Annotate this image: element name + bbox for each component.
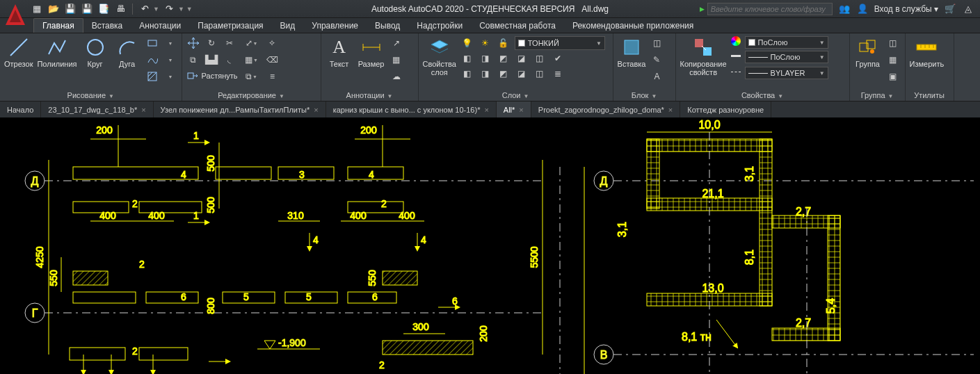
stretch-button[interactable]: Растянуть [186,70,238,82]
scale-icon[interactable]: ⤢▼ [241,36,261,50]
measure-button[interactable]: Измерить [910,36,945,68]
exchange-icon[interactable]: 🛒 [944,3,956,15]
attribute-icon[interactable]: A [650,70,664,83]
layer-properties-button[interactable]: Свойства слоя [423,36,456,76]
arc-button[interactable]: Дуга [113,36,141,68]
sun-icon[interactable]: ☀ [479,36,492,50]
saveas-icon[interactable]: 💾 [81,3,93,15]
save-icon[interactable]: 💾 [64,3,77,15]
explode-icon[interactable]: ✧ [265,36,279,50]
file-tab[interactable]: Proekt_zagorodnogo_zhilogo_doma*× [531,101,680,117]
tab-manage[interactable]: Управление [303,19,367,33]
linetype-selector[interactable]: BYLAYER▼ [745,67,828,79]
group-edit-icon[interactable]: ▦ [886,53,900,67]
layer-selector[interactable]: ТОНКИЙ▼ [515,36,605,50]
copy-icon[interactable]: ⧉ [186,53,200,67]
create-block-icon[interactable]: ◫ [650,36,664,50]
tab-output[interactable]: Вывод [367,19,408,33]
polyline-button[interactable]: Полилиния [37,36,77,68]
layer-tool-icon[interactable]: ◨ [479,67,492,81]
chevron-down-icon[interactable]: ▼ [163,36,177,50]
erase-icon[interactable]: ⌫ [265,53,279,67]
lineweight-icon[interactable] [731,55,741,65]
close-icon[interactable]: × [314,106,318,114]
user-icon[interactable]: 👤 [856,3,869,15]
layer-tool-icon[interactable]: ◫ [533,67,547,81]
chevron-down-icon[interactable]: ▼ [163,70,177,83]
app-logo[interactable] [1,1,29,29]
file-tab[interactable]: Узел понижения дл...РампыТактилПлиты*× [154,101,326,117]
panel-title-layers[interactable]: Слои▼ [423,89,609,101]
plot-icon[interactable]: 🖶 [114,3,127,15]
color-swatch-icon[interactable] [731,36,741,46]
group-button[interactable]: Группа [854,36,882,68]
layer-match-icon[interactable]: ✔ [551,51,565,65]
web-icon[interactable]: 📑 [97,3,110,15]
file-tab[interactable]: All*× [497,101,531,117]
file-tab[interactable]: Коттедж разноуровне [680,101,771,117]
layer-tool-icon[interactable]: ◪ [515,51,529,65]
tab-home[interactable]: Главная [33,18,83,33]
panel-title-block[interactable]: Блок▼ [618,89,671,101]
file-tab[interactable]: 23_10_17_dwg_c_118_b*× [41,101,153,117]
close-icon[interactable]: × [484,106,488,114]
color-selector[interactable]: ПоСлою▼ [745,36,828,49]
fillet-icon[interactable]: ◟ [223,53,236,67]
search-input[interactable] [707,3,833,15]
trim-icon[interactable]: ✂ [223,36,236,50]
text-button[interactable]: A Текст [326,36,353,68]
circle-button[interactable]: Круг [81,36,109,68]
layer-tool-icon[interactable]: ◩ [497,67,511,81]
tab-insert[interactable]: Вставка [83,19,131,33]
lineweight-selector[interactable]: ПоСлою▼ [745,51,828,63]
rectangle-icon[interactable] [145,36,159,50]
ungroup-icon[interactable]: ◫ [886,36,900,50]
layer-tool-icon[interactable]: ◧ [460,51,474,65]
table-icon[interactable]: ▦ [389,53,403,67]
rotate-icon[interactable]: ↻ [204,36,218,50]
bulb-icon[interactable]: 💡 [460,36,474,50]
insert-block-button[interactable]: Вставка [618,36,646,68]
file-tab[interactable]: Начало [0,101,41,117]
cloud-icon[interactable]: ☁ [389,70,403,83]
group-select-icon[interactable]: ▣ [886,70,900,83]
panel-title-properties[interactable]: Свойства▼ [680,89,845,101]
tab-view[interactable]: Вид [272,19,304,33]
panel-title-group[interactable]: Группа▼ [854,89,901,101]
open-icon[interactable]: 📂 [47,3,60,15]
offset-icon[interactable]: ⧉▼ [241,70,261,83]
dimension-button[interactable]: Размер [358,36,385,68]
spline-icon[interactable] [145,53,159,67]
tab-addins[interactable]: Надстройки [408,19,471,33]
align-icon[interactable]: ≡ [265,70,279,83]
autodesk-icon[interactable]: ◬ [962,3,974,15]
layer-tool-icon[interactable]: ◧ [460,67,474,81]
leader-icon[interactable]: ↗ [389,36,403,50]
panel-title-annotation[interactable]: Аннотации▼ [326,89,414,101]
layer-tool-icon[interactable]: ◪ [515,67,529,81]
close-icon[interactable]: × [668,106,673,114]
hatch-icon[interactable] [145,70,159,83]
tab-collab[interactable]: Совместная работа [471,19,564,33]
file-tab[interactable]: карниз крыши с выно... с уклоном 10-16)*… [326,101,497,117]
chevron-down-icon[interactable]: ▼ [153,6,159,13]
people-icon[interactable]: 👥 [838,3,851,15]
panel-title-draw[interactable]: Рисование▼ [4,89,177,101]
layer-tool-icon[interactable]: ◨ [479,51,492,65]
redo-icon[interactable]: ↷ [163,3,176,15]
tab-parametric[interactable]: Параметризация [189,19,271,33]
signin-link[interactable]: Вход в службы ▾ [874,4,938,14]
qat-customize-icon[interactable]: ▼ [186,6,193,13]
panel-title-utils[interactable]: Утилиты [910,89,949,101]
drawing-area[interactable]: Д Г 4250 550 550 200 200 4 3 4 1 1 500 [0,118,980,374]
lock-icon[interactable]: 🔓 [497,36,511,50]
line-button[interactable]: Отрезок [4,36,33,68]
close-icon[interactable]: × [519,106,523,114]
close-icon[interactable]: × [141,106,145,114]
chevron-down-icon[interactable]: ▼ [178,6,184,13]
move-icon[interactable] [186,36,200,50]
tab-featured[interactable]: Рекомендованные приложения [564,19,702,33]
tab-annotate[interactable]: Аннотации [131,19,189,33]
linetype-icon[interactable] [731,72,741,81]
edit-block-icon[interactable]: ✎ [650,53,664,67]
